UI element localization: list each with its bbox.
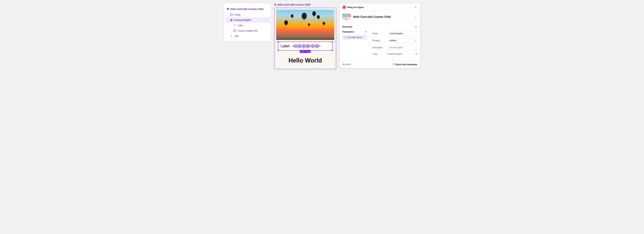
name-field-label: Name — [372, 32, 386, 35]
tree-item-custom-graphic-still-label: Custom Graphic Still — [238, 30, 258, 32]
share-btn-label: Share with developer — [396, 63, 418, 66]
field-row-description: Description — [372, 45, 418, 50]
card-image — [276, 10, 334, 40]
canvas-title: ❖ Hello Card with Custom Child — [274, 3, 310, 6]
image-icon — [230, 13, 233, 16]
summary-label: Summary — [342, 26, 367, 28]
panel-footer: No errors ⤴ Share with developer — [340, 61, 420, 68]
add-parameter-button[interactable]: + — [365, 30, 367, 34]
property-select-wrap: children slot ▾ — [388, 38, 418, 43]
balloon-4 — [284, 20, 288, 26]
hello-world-text: Hello World — [276, 52, 334, 68]
component-thumbnail: Label Hello World — [342, 14, 351, 20]
name-field-input[interactable] — [388, 31, 418, 36]
param-item-custom-graphic[interactable]: ↳ customGraphic — [342, 35, 367, 40]
svg-rect-4 — [232, 19, 232, 21]
parameters-label: Parameters — [342, 30, 354, 33]
property-field-label: Property — [372, 40, 386, 42]
share-icon: ⤴ — [393, 63, 394, 66]
component-header: Label Hello World Hello Card with Custom… — [340, 11, 420, 23]
panel-right-col: 🗑 Name Property children slot ▾ — [370, 23, 420, 60]
description-field-label: Description — [372, 46, 386, 49]
thumb-hello: Hello World — [342, 19, 351, 20]
thumb-wave — [345, 18, 347, 19]
waveform — [291, 44, 330, 48]
no-errors-text: No errors — [342, 63, 351, 66]
tree-item-title-label: Title — [234, 35, 238, 38]
right-panel: 🔴 Relay for Figma × Label Hello World He… — [340, 3, 420, 68]
field-row-property: Property children slot ▾ — [372, 38, 418, 43]
thumb-img — [342, 14, 351, 17]
card-label-section: Label 216 × Hug — [278, 42, 332, 50]
label-text: Label — [280, 44, 290, 48]
title-t-icon — [230, 34, 233, 38]
bar-chart-icon — [230, 18, 233, 22]
left-panel: ❖ Hello Card with Custom Child Image Cus… — [224, 3, 271, 42]
tree-item-label-label: Label — [238, 24, 243, 27]
balloon-7 — [308, 23, 310, 26]
param-name-row: 🗑 — [372, 26, 418, 29]
tree-item-custom-graphic[interactable]: Custom Graphic — [225, 17, 270, 23]
delete-param-button[interactable]: 🗑 — [414, 26, 418, 29]
handle-bl — [278, 50, 279, 51]
svg-rect-0 — [230, 14, 232, 16]
tree-item-image[interactable]: Image — [224, 12, 271, 17]
tree-root-item[interactable]: ❖ Hello Card with Custom Child — [224, 6, 271, 12]
panel-body: Summary Parameters + ↳ customGraphic 🗑 N… — [340, 23, 420, 61]
handle-br — [332, 50, 333, 51]
more-options-button[interactable]: ⋮ — [414, 15, 418, 19]
balloon-2 — [312, 11, 316, 17]
svg-rect-3 — [231, 19, 232, 21]
tree-item-image-label: Image — [234, 14, 240, 16]
field-row-layer: Layer Custom Graphic ⊕ — [372, 52, 418, 56]
thumb-label: Label — [343, 18, 344, 18]
canvas-title-text: Hello Card with Custom Child — [278, 3, 310, 6]
thumb-text-row: Label — [342, 17, 351, 19]
tree-item-custom-graphic-label: Custom Graphic — [234, 19, 251, 21]
close-button[interactable]: × — [414, 5, 418, 9]
root-icon: ❖ — [226, 8, 229, 10]
image-still-icon — [233, 29, 236, 32]
param-name-label: customGraphic — [347, 36, 362, 38]
panel-header-left: 🔴 Relay for Figma — [342, 5, 364, 9]
target-icon[interactable]: ⊕ — [415, 52, 418, 56]
balloon-1 — [302, 13, 307, 20]
root-label: Hello Card with Custom Child — [230, 8, 263, 10]
text-t-icon — [233, 24, 236, 27]
layer-value-text: Custom Graphic — [388, 53, 402, 55]
svg-point-1 — [231, 14, 231, 14]
canvas-title-icon: ❖ — [274, 3, 276, 6]
handle-tr — [332, 41, 333, 42]
share-with-developer-button[interactable]: ⤴ Share with developer — [393, 63, 418, 66]
component-title: Hello Card with Custom Child — [353, 16, 412, 18]
panel-left-col: Summary Parameters + ↳ customGraphic — [340, 23, 370, 60]
tree-item-title[interactable]: Title — [224, 33, 271, 39]
size-badge: 216 × Hug — [300, 50, 311, 53]
tree-item-label[interactable]: Label — [224, 23, 271, 28]
tree-item-custom-graphic-still[interactable]: Custom Graphic Still — [224, 28, 271, 33]
layer-value: Custom Graphic ⊕ — [388, 52, 418, 56]
description-field-input[interactable] — [388, 45, 418, 50]
canvas-container: Label 216 × Hug Hello World — [274, 8, 336, 70]
panel-header: 🔴 Relay for Figma × — [340, 3, 420, 11]
balloon-6 — [323, 22, 325, 26]
svg-rect-5 — [234, 30, 236, 32]
field-row-name: Name — [372, 31, 418, 36]
layer-field-label: Layer — [372, 53, 386, 55]
handle-tl — [278, 41, 279, 42]
balloon-5 — [291, 14, 294, 18]
property-select[interactable]: children slot — [388, 38, 418, 43]
panel-app-name: Relay for Figma — [347, 6, 364, 8]
svg-point-6 — [234, 30, 234, 30]
param-arrow-icon: ↳ — [344, 36, 346, 38]
middle-panel: ❖ Hello Card with Custom Child — [274, 3, 336, 70]
relay-icon: 🔴 — [342, 5, 346, 9]
canvas-card: Label 216 × Hug Hello World — [276, 10, 334, 68]
params-header: Parameters + — [342, 30, 367, 34]
svg-rect-2 — [230, 20, 231, 21]
balloon-3 — [317, 15, 320, 20]
